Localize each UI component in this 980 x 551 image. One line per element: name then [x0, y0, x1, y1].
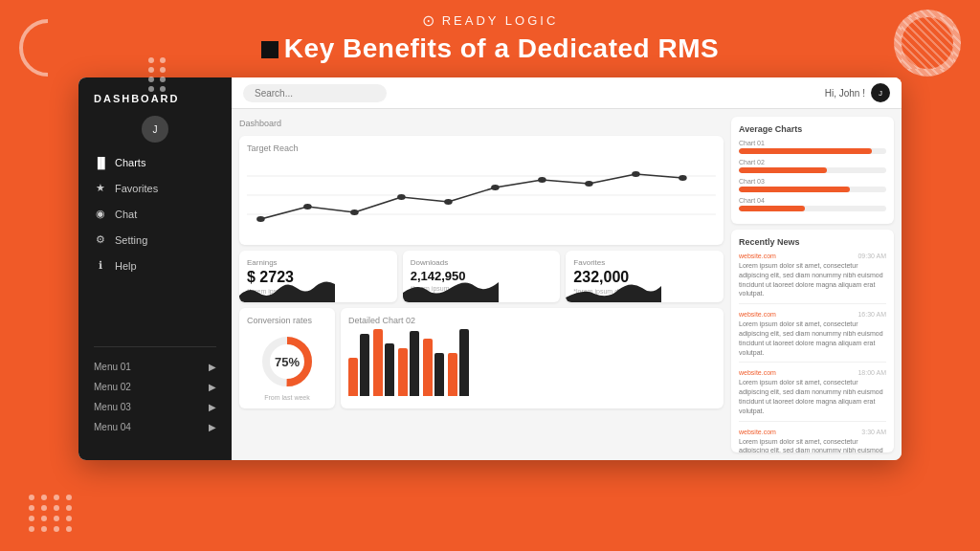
charts-icon: ▐▌	[94, 157, 107, 168]
avg-fill-3	[739, 187, 850, 192]
avg-label-2: Chart 02	[739, 159, 886, 165]
news-source-3: website.com	[739, 369, 776, 376]
deco-dots-bottom	[29, 495, 74, 532]
bar-orange-4	[423, 339, 433, 396]
content-left: Dashboard Target Reach	[239, 117, 724, 452]
menu-03[interactable]: Menu 03 ▶	[78, 397, 232, 417]
earnings-label: Earnings	[247, 258, 390, 267]
bar-dark-1	[360, 334, 369, 396]
donut-chart: 75%	[258, 333, 316, 390]
favorites-icon: ★	[94, 182, 107, 194]
chevron-right-icon-2: ▶	[209, 382, 216, 392]
help-icon: ℹ	[94, 259, 107, 272]
avg-fill-1	[739, 148, 872, 154]
sidebar: DASHBOARD J ▐▌ Charts ★ Favorites ◉ Chat…	[78, 77, 232, 460]
bar-orange-2	[373, 329, 383, 396]
news-item-1: website.com 09:30 AM Lorem ipsum dolor s…	[739, 253, 886, 304]
svg-point-3	[256, 216, 265, 222]
news-text-2: Lorem ipsum dolor sit amet, consectetur …	[739, 320, 886, 357]
svg-point-4	[303, 204, 312, 209]
stat-earnings: Earnings $ 2723 *lorem ipsum dolor	[239, 251, 397, 302]
avg-track-3	[739, 187, 886, 192]
svg-point-8	[491, 185, 500, 190]
chevron-right-icon: ▶	[209, 362, 216, 372]
bar-dark-4	[434, 353, 444, 396]
svg-point-6	[397, 194, 406, 200]
sidebar-title: DASHBOARD	[78, 93, 232, 104]
bar-orange-5	[448, 353, 457, 396]
menu-04[interactable]: Menu 04 ▶	[78, 417, 232, 437]
svg-point-10	[585, 181, 593, 187]
user-avatar: J	[871, 83, 890, 102]
target-chart-card: Target Reach	[239, 136, 724, 245]
logo-area: ⊙ READY LOGIC	[0, 11, 980, 30]
bar-chart-title: Detailed Chart 02	[348, 316, 716, 325]
search-input[interactable]	[243, 84, 387, 102]
bar-chart-card: Detailed Chart 02	[341, 308, 724, 408]
chat-icon: ◉	[94, 208, 107, 220]
content-right: Average Charts Chart 01 Chart 02	[731, 117, 894, 452]
svg-point-12	[679, 175, 687, 181]
bar-orange-3	[398, 348, 408, 396]
bar-group-4	[423, 339, 444, 396]
downloads-label: Downloads	[411, 258, 553, 267]
avg-item-2: Chart 02	[739, 159, 886, 173]
sidebar-menus: Menu 01 ▶ Menu 02 ▶ Menu 03 ▶ Menu 04 ▶	[78, 357, 232, 445]
setting-icon: ⚙	[94, 233, 107, 246]
sidebar-item-setting[interactable]: ⚙ Setting	[78, 227, 232, 253]
sidebar-nav: ▐▌ Charts ★ Favorites ◉ Chat ⚙ Setting ℹ…	[78, 150, 232, 337]
logo-icon: ⊙	[422, 11, 434, 30]
news-source-1: website.com	[739, 253, 776, 259]
chevron-right-icon-3: ▶	[209, 402, 216, 412]
bar-dark-2	[385, 343, 394, 396]
bar-dark-5	[459, 329, 469, 396]
conversion-title: Conversion rates	[247, 316, 312, 325]
news-time-2: 16:30 AM	[858, 311, 886, 318]
sidebar-divider	[94, 346, 216, 347]
news-time-3: 18:00 AM	[858, 369, 886, 376]
stat-favorites: Favorites 232,000 *lorem ipsum dolor	[566, 251, 724, 302]
sidebar-avatar: J	[142, 116, 168, 143]
avg-track-1	[739, 148, 886, 154]
svg-point-5	[350, 209, 359, 215]
avg-label-4: Chart 04	[739, 197, 886, 204]
avg-track-2	[739, 167, 886, 173]
bottom-row: Conversion rates 75% From last week Deta…	[239, 308, 724, 408]
content-area: Dashboard Target Reach	[232, 109, 902, 460]
line-chart-svg	[247, 157, 716, 233]
avg-label-3: Chart 03	[739, 178, 886, 185]
title-dots-icon	[261, 41, 278, 58]
news-source-2: website.com	[739, 311, 776, 318]
avg-fill-2	[739, 167, 827, 173]
news-time-4: 3:30 AM	[861, 429, 886, 435]
favorites-wave	[566, 278, 661, 302]
sidebar-item-chat[interactable]: ◉ Chat	[78, 201, 232, 227]
avg-chart-card: Average Charts Chart 01 Chart 02	[731, 117, 894, 224]
avg-item-1: Chart 01	[739, 140, 886, 154]
bar-group-1	[348, 334, 369, 396]
target-chart-title: Target Reach	[247, 143, 716, 153]
svg-point-7	[444, 199, 453, 205]
menu-02[interactable]: Menu 02 ▶	[78, 377, 232, 397]
stats-row: Earnings $ 2723 *lorem ipsum dolor Downl…	[239, 251, 724, 302]
news-item-2: website.com 16:30 AM Lorem ipsum dolor s…	[739, 311, 886, 363]
news-text-4: Lorem ipsum dolor sit amet, consectetur …	[739, 437, 886, 452]
user-info: Hi, John ! J	[825, 83, 890, 102]
donut-percent: 75%	[275, 355, 300, 369]
news-text-3: Lorem ipsum dolor sit amet, consectetur …	[739, 378, 886, 415]
conversion-card: Conversion rates 75% From last week	[239, 308, 335, 408]
bar-group-5	[448, 329, 469, 396]
stat-downloads: Downloads 2,142,950 *lorem ipsum dolor	[403, 251, 561, 302]
downloads-wave	[403, 278, 499, 302]
favorites-label: Favorites	[573, 258, 716, 267]
sidebar-item-favorites[interactable]: ★ Favorites	[78, 175, 232, 201]
svg-point-9	[538, 177, 546, 183]
chevron-right-icon-4: ▶	[209, 422, 216, 432]
menu-01[interactable]: Menu 01 ▶	[78, 357, 232, 377]
svg-point-11	[632, 171, 640, 177]
news-text-1: Lorem ipsum dolor sit amet, consectetur …	[739, 261, 886, 298]
sidebar-item-charts[interactable]: ▐▌ Charts	[78, 150, 232, 175]
bar-orange-1	[348, 358, 358, 396]
main-title: Key Benefits of a Dedicated RMS	[0, 33, 980, 64]
sidebar-item-help[interactable]: ℹ Help	[78, 253, 232, 278]
